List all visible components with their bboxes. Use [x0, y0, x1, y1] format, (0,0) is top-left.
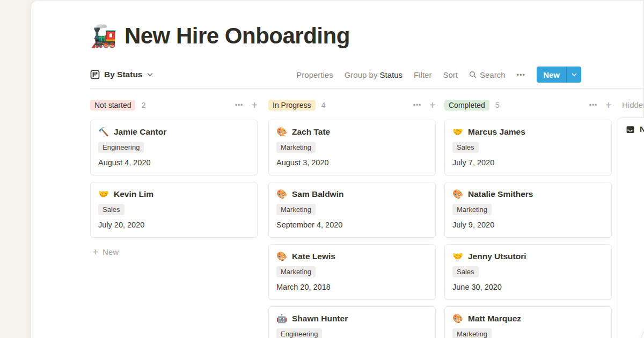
palette-emoji-icon: 🎨 — [276, 190, 287, 199]
column-count: 5 — [495, 101, 500, 109]
kanban-card[interactable]: 🤖Shawn Hunter Engineering — [268, 306, 436, 338]
palette-emoji-icon: 🎨 — [452, 190, 463, 199]
start-date: August 4, 2020 — [98, 158, 250, 167]
search-button[interactable]: Search — [469, 70, 506, 79]
board-view-icon — [90, 70, 100, 79]
hidden-columns-label: Hidden columns — [622, 100, 644, 109]
start-date: September 4, 2020 — [276, 221, 428, 229]
status-badge[interactable]: Not started — [90, 100, 135, 111]
chevron-down-icon — [572, 73, 577, 77]
more-options-button[interactable]: ••• — [517, 71, 526, 79]
hidden-group-no-status[interactable]: No Status — [618, 118, 644, 141]
new-button-dropdown[interactable] — [566, 67, 581, 83]
card-name: Zach Tate — [292, 127, 330, 137]
add-card-label: New — [103, 247, 119, 256]
search-label: Search — [480, 70, 506, 79]
board-column-completed: Completed 5 ••• + 🤝Marcus James Sales Ju… — [444, 99, 612, 338]
page-header: 🚂 New Hire Onboarding — [90, 23, 350, 49]
board-column-in-progress: In Progress 4 ••• + 🎨Zach Tate Marketing… — [268, 99, 436, 338]
handshake-emoji-icon: 🤝 — [98, 190, 109, 199]
department-tag: Sales — [452, 266, 479, 277]
column-header: Not started 2 ••• + — [90, 99, 258, 112]
group-by-value: Status — [380, 70, 403, 79]
group-by-button[interactable]: Group by Status — [345, 70, 402, 79]
page-emoji-train: 🚂 — [90, 25, 117, 47]
card-name: Kate Lewis — [292, 252, 335, 261]
chevron-down-icon — [147, 72, 153, 77]
status-badge[interactable]: In Progress — [268, 100, 316, 111]
kanban-card[interactable]: 🎨Zach Tate Marketing August 3, 2020 — [268, 120, 436, 175]
column-header: Completed 5 ••• + — [444, 99, 612, 112]
toolbar-actions: Properties Group by Status Filter Sort S… — [296, 67, 581, 83]
handshake-emoji-icon: 🤝 — [452, 128, 463, 136]
column-more-icon[interactable]: ••• — [413, 101, 422, 109]
column-more-icon[interactable]: ••• — [235, 101, 244, 109]
card-name: Marcus James — [468, 127, 525, 137]
robot-emoji-icon: 🤖 — [276, 314, 287, 323]
column-add-icon[interactable]: + — [251, 100, 258, 111]
department-tag: Engineering — [98, 142, 144, 153]
kanban-card[interactable]: 🎨Natalie Smithers Marketing July 9, 2020 — [444, 182, 612, 238]
kanban-card[interactable]: 🎨Matt Marquez Marketing — [444, 306, 612, 338]
group-by-prefix: Group by — [345, 70, 378, 79]
kanban-card[interactable]: 🎨Sam Baldwin Marketing September 4, 2020 — [268, 182, 436, 238]
view-label: By Status — [104, 70, 143, 79]
kanban-card[interactable]: 🤝Kevin Lim Sales July 20, 2020 — [90, 182, 258, 238]
department-tag: Marketing — [276, 266, 316, 277]
column-count: 4 — [321, 101, 326, 109]
department-tag: Marketing — [276, 142, 316, 153]
department-tag: Marketing — [276, 204, 316, 215]
column-count: 2 — [141, 101, 145, 109]
card-name: Jenny Utsutori — [468, 252, 526, 261]
properties-button[interactable]: Properties — [296, 70, 333, 79]
start-date: July 20, 2020 — [98, 221, 250, 229]
card-name: Matt Marquez — [468, 314, 521, 324]
card-name: Shawn Hunter — [292, 314, 348, 324]
department-tag: Sales — [98, 204, 125, 215]
hammer-emoji-icon: 🔨 — [98, 128, 109, 136]
plus-icon: + — [92, 247, 98, 257]
start-date: July 7, 2020 — [452, 158, 604, 167]
notion-page: 🚂 New Hire Onboarding By Status Properti… — [31, 0, 644, 338]
sort-button[interactable]: Sort — [443, 70, 458, 79]
column-header: In Progress 4 ••• + — [268, 99, 436, 112]
view-toolbar: By Status Properties Group by Status Fil… — [90, 65, 581, 84]
start-date: March 20, 2018 — [276, 283, 428, 291]
column-more-icon[interactable]: ••• — [589, 101, 598, 109]
status-badge[interactable]: Completed — [444, 100, 489, 111]
toolbar-divider — [90, 88, 643, 89]
department-tag: Marketing — [452, 204, 492, 215]
search-icon — [469, 71, 477, 78]
department-tag: Engineering — [276, 328, 322, 338]
card-name: Sam Baldwin — [292, 189, 343, 199]
department-tag: Marketing — [452, 328, 492, 338]
palette-emoji-icon: 🎨 — [276, 252, 287, 261]
new-button-group: New — [537, 67, 581, 83]
board-column-not-started: Not started 2 ••• + 🔨Jamie Cantor Engine… — [90, 99, 258, 260]
view-switcher-by-status[interactable]: By Status — [90, 70, 153, 79]
start-date: August 3, 2020 — [276, 158, 428, 167]
department-tag: Sales — [452, 142, 479, 153]
add-card-button[interactable]: + New — [90, 244, 258, 260]
card-name: Kevin Lim — [114, 189, 153, 199]
column-add-icon[interactable]: + — [605, 100, 612, 111]
filter-button[interactable]: Filter — [414, 70, 431, 79]
kanban-card[interactable]: 🤝Marcus James Sales July 7, 2020 — [444, 120, 612, 175]
page-title: New Hire Onboarding — [125, 23, 350, 49]
column-add-icon[interactable]: + — [429, 100, 436, 111]
start-date: July 9, 2020 — [452, 221, 604, 229]
new-button[interactable]: New — [537, 67, 566, 83]
kanban-card[interactable]: 🔨Jamie Cantor Engineering August 4, 2020 — [90, 120, 258, 175]
palette-emoji-icon: 🎨 — [276, 128, 287, 136]
kanban-card[interactable]: 🤝Jenny Utsutori Sales June 30, 2020 — [444, 244, 612, 300]
card-name: Jamie Cantor — [114, 127, 166, 137]
card-name: Natalie Smithers — [468, 189, 533, 199]
start-date: June 30, 2020 — [452, 283, 604, 291]
hidden-columns-panel: No Status — [618, 117, 644, 338]
kanban-card[interactable]: 🎨Kate Lewis Marketing March 20, 2018 — [268, 244, 436, 300]
hidden-group-label: No Status — [640, 124, 644, 134]
handshake-emoji-icon: 🤝 — [452, 252, 463, 261]
inbox-icon — [626, 125, 635, 134]
palette-emoji-icon: 🎨 — [452, 314, 463, 323]
